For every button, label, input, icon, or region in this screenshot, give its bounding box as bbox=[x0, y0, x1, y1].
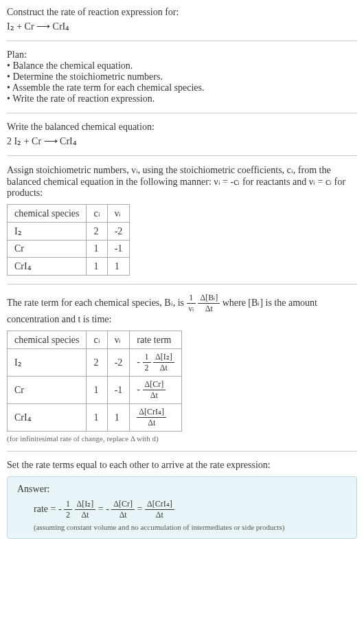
section-plan: Plan: • Balance the chemical equation. •… bbox=[7, 49, 357, 113]
stoich-intro: Assign stoichiometric numbers, νᵢ, using… bbox=[7, 164, 357, 199]
final-intro: Set the rate terms equal to each other t… bbox=[7, 460, 357, 471]
section-balanced: Write the balanced chemical equation: 2 … bbox=[7, 122, 357, 156]
cell: 2 bbox=[87, 223, 107, 241]
col-header: chemical species bbox=[8, 331, 87, 349]
cell: CrI₄ bbox=[8, 404, 87, 432]
col-header: cᵢ bbox=[87, 205, 107, 223]
cell: 1 bbox=[87, 241, 107, 258]
section-final: Set the rate terms equal to each other t… bbox=[7, 460, 357, 539]
plan-item: • Write the rate of reaction expression. bbox=[7, 93, 357, 104]
table-row: chemical species cᵢ νᵢ bbox=[8, 205, 130, 223]
table-row: CrI₄ 1 1 Δ[CrI₄]Δt bbox=[8, 404, 182, 432]
cell: I₂ bbox=[8, 349, 87, 377]
cell: -1 bbox=[107, 241, 130, 258]
plan-title: Plan: bbox=[7, 49, 357, 60]
cell: -1 bbox=[107, 377, 130, 404]
stoich-table: chemical species cᵢ νᵢ I₂ 2 -2 Cr 1 -1 C… bbox=[7, 204, 130, 276]
construct-title: Construct the rate of reaction expressio… bbox=[7, 7, 357, 18]
col-header: rate term bbox=[130, 331, 181, 349]
rateterm-intro: The rate term for each chemical species,… bbox=[7, 293, 357, 325]
balanced-title: Write the balanced chemical equation: bbox=[7, 122, 357, 133]
answer-label: Answer: bbox=[17, 484, 347, 495]
balanced-equation: 2 I₂ + Cr ⟶ CrI₄ bbox=[7, 135, 357, 147]
cell: CrI₄ bbox=[8, 258, 87, 276]
col-header: cᵢ bbox=[87, 331, 107, 349]
cell: 1 bbox=[87, 258, 107, 276]
rateterm-note: (for infinitesimal rate of change, repla… bbox=[7, 434, 357, 443]
cell: 1 bbox=[87, 404, 107, 432]
cell: 1 bbox=[107, 258, 130, 276]
col-header: νᵢ bbox=[107, 205, 130, 223]
answer-note: (assuming constant volume and no accumul… bbox=[17, 523, 347, 531]
col-header: chemical species bbox=[8, 205, 87, 223]
table-row: chemical species cᵢ νᵢ rate term bbox=[8, 331, 182, 349]
cell: Cr bbox=[8, 241, 87, 258]
plan-item: • Determine the stoichiometric numbers. bbox=[7, 71, 357, 82]
cell: 1 bbox=[107, 404, 130, 432]
table-row: Cr 1 -1 bbox=[8, 241, 130, 258]
cell: -2 bbox=[107, 223, 130, 241]
construct-equation: I₂ + Cr ⟶ CrI₄ bbox=[7, 21, 357, 32]
frac-delta-b: Δ[Bᵢ]Δt bbox=[198, 293, 220, 314]
plan-item: • Balance the chemical equation. bbox=[7, 60, 357, 71]
plan-item: • Assemble the rate term for each chemic… bbox=[7, 82, 357, 93]
table-row: I₂ 2 -2 bbox=[8, 223, 130, 241]
cell-rate: - 12 Δ[I₂]Δt bbox=[130, 349, 181, 377]
answer-expression: rate = - 12 Δ[I₂]Δt = - Δ[Cr]Δt = Δ[CrI₄… bbox=[17, 499, 347, 520]
cell: -2 bbox=[107, 349, 130, 377]
cell: 2 bbox=[87, 349, 107, 377]
cell-rate: Δ[CrI₄]Δt bbox=[130, 404, 181, 432]
table-row: I₂ 2 -2 - 12 Δ[I₂]Δt bbox=[8, 349, 182, 377]
section-construct: Construct the rate of reaction expressio… bbox=[7, 7, 357, 41]
rateterm-intro-1: The rate term for each chemical species,… bbox=[7, 298, 187, 308]
cell: 1 bbox=[87, 377, 107, 404]
rateterm-table: chemical species cᵢ νᵢ rate term I₂ 2 -2… bbox=[7, 331, 182, 432]
col-header: νᵢ bbox=[107, 331, 130, 349]
cell-rate: - Δ[Cr]Δt bbox=[130, 377, 181, 404]
answer-box: Answer: rate = - 12 Δ[I₂]Δt = - Δ[Cr]Δt … bbox=[7, 476, 357, 539]
cell: I₂ bbox=[8, 223, 87, 241]
frac-one-over-nu: 1νᵢ bbox=[187, 293, 196, 314]
section-stoich: Assign stoichiometric numbers, νᵢ, using… bbox=[7, 164, 357, 285]
cell: Cr bbox=[8, 377, 87, 404]
table-row: Cr 1 -1 - Δ[Cr]Δt bbox=[8, 377, 182, 404]
table-row: CrI₄ 1 1 bbox=[8, 258, 130, 276]
section-rateterm: The rate term for each chemical species,… bbox=[7, 293, 357, 452]
